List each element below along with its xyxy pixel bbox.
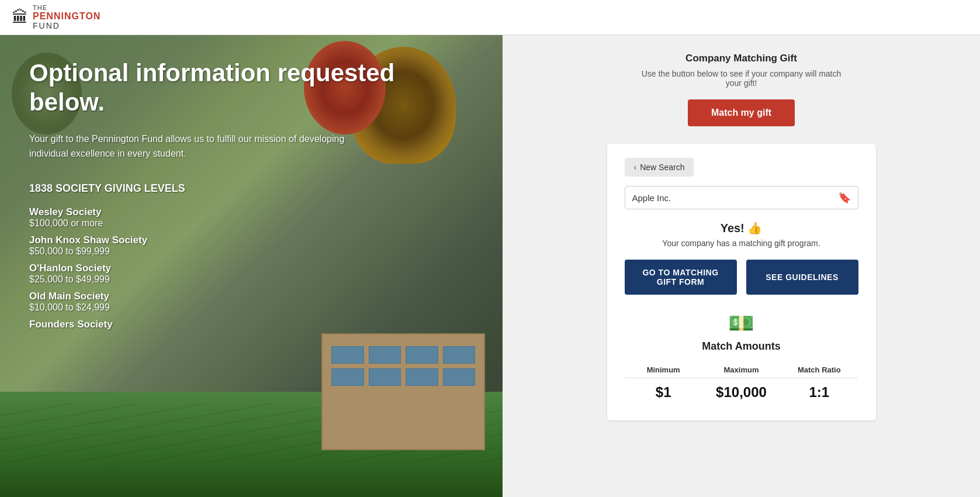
match-col-value-ratio: 1:1 — [780, 378, 858, 406]
search-widget: ‹ New Search Apple Inc. 🔖 Yes! 👍 Your co… — [607, 144, 876, 420]
match-col-value-max: $10,000 — [702, 378, 780, 406]
giving-level-name-3: Old Main Society — [29, 291, 473, 302]
match-my-gift-button[interactable]: Match my gift — [688, 99, 795, 126]
giving-level-amount-0: $100,000 or more — [29, 218, 473, 229]
match-col-header-max: Maximum — [702, 362, 780, 378]
list-item: O'Hanlon Society $25,000 to $49,999 — [29, 263, 473, 285]
main-content: Optional information requested below. Yo… — [0, 35, 980, 497]
list-item: John Knox Shaw Society $50,000 to $99,99… — [29, 234, 473, 257]
sub-text: Your gift to the Pennington Fund allows … — [29, 132, 356, 161]
list-item: Old Main Society $10,000 to $24,999 — [29, 291, 473, 313]
match-amounts-section: 💵 Match Amounts Minimum Maximum Match Ra… — [625, 311, 858, 406]
header: 🏛 THE PENNINGTON FUND — [0, 0, 980, 35]
logo-pennington: PENNINGTON — [33, 11, 101, 22]
see-guidelines-button[interactable]: SEE GUIDELINES — [746, 260, 858, 295]
main-heading: Optional information requested below. — [29, 58, 473, 118]
match-amounts-title: Match Amounts — [625, 340, 858, 353]
right-panel: Company Matching Gift Use the button bel… — [503, 35, 980, 497]
new-search-label: New Search — [640, 163, 684, 172]
chevron-left-icon: ‹ — [634, 163, 637, 172]
giving-levels-title: 1838 SOCIETY GIVING LEVELS — [29, 182, 473, 195]
giving-level-amount-1: $50,000 to $99,999 — [29, 246, 473, 257]
logo-icon: 🏛 — [12, 8, 28, 27]
giving-level-name-2: O'Hanlon Society — [29, 263, 473, 274]
match-amounts-table: Minimum Maximum Match Ratio $1 $10,000 1… — [625, 362, 858, 406]
matching-gift-subtitle: Use the button below to see if your comp… — [636, 69, 847, 88]
giving-levels-list: Wesley Society $100,000 or more John Kno… — [29, 206, 473, 330]
giving-level-name-0: Wesley Society — [29, 206, 473, 218]
match-col-header-ratio: Match Ratio — [780, 362, 858, 378]
match-col-header-min: Minimum — [625, 362, 702, 378]
left-panel: Optional information requested below. Yo… — [0, 35, 503, 497]
action-buttons: GO TO MATCHING GIFT FORM SEE GUIDELINES — [625, 260, 858, 295]
yes-subtitle: Your company has a matching gift program… — [625, 239, 858, 248]
giving-level-amount-3: $10,000 to $24,999 — [29, 302, 473, 313]
money-icon: 💵 — [625, 311, 858, 336]
logo-fund: FUND — [33, 22, 101, 30]
logo-text: THE PENNINGTON FUND — [33, 4, 101, 30]
search-input-value: Apple Inc. — [632, 193, 838, 203]
giving-level-name-4: Founders Society — [29, 319, 473, 330]
match-col-value-min: $1 — [625, 378, 702, 406]
new-search-button[interactable]: ‹ New Search — [625, 158, 694, 177]
search-input-row[interactable]: Apple Inc. 🔖 — [625, 186, 858, 209]
yes-section: Yes! 👍 Your company has a matching gift … — [625, 221, 858, 248]
search-bookmark-icon: 🔖 — [838, 191, 851, 204]
matching-gift-title: Company Matching Gift — [636, 53, 847, 64]
giving-level-amount-2: $25,000 to $49,999 — [29, 274, 473, 285]
left-content: Optional information requested below. Yo… — [0, 35, 503, 360]
list-item: Founders Society — [29, 319, 473, 330]
matching-gift-header: Company Matching Gift Use the button bel… — [636, 53, 847, 88]
go-to-matching-form-button[interactable]: GO TO MATCHING GIFT FORM — [625, 260, 737, 295]
yes-title: Yes! 👍 — [625, 221, 858, 235]
logo-the: THE — [33, 4, 101, 11]
giving-level-name-1: John Knox Shaw Society — [29, 234, 473, 246]
logo: 🏛 THE PENNINGTON FUND — [12, 4, 101, 30]
list-item: Wesley Society $100,000 or more — [29, 206, 473, 229]
